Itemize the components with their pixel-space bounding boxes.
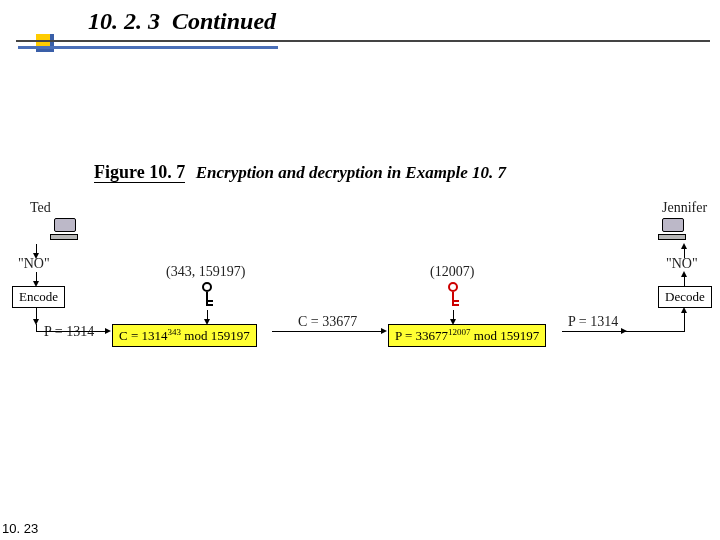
divider-line (16, 40, 710, 42)
person-jennifer-label: Jennifer (662, 200, 707, 216)
arrow-icon (36, 244, 37, 254)
arrow-icon (272, 331, 382, 332)
plaintext-no-right: "NO" (666, 256, 698, 272)
arrow-icon (36, 331, 106, 332)
arrow-icon (453, 310, 454, 320)
key-icon (200, 282, 216, 310)
figure-description: Encryption and decryption in Example 10.… (196, 163, 506, 182)
cipher-value: C = 33677 (298, 314, 357, 330)
bullet-square-icon (36, 34, 54, 52)
computer-icon (658, 218, 688, 242)
p-value-right: P = 1314 (568, 314, 618, 330)
arrow-icon (207, 310, 208, 320)
section-number: 10. 2. 3 (88, 8, 160, 34)
person-ted-label: Ted (30, 200, 51, 216)
divider-accent (18, 46, 278, 49)
figure-caption: Figure 10. 7 Encryption and decryption i… (94, 162, 506, 183)
arrow-icon (562, 331, 622, 332)
computer-icon (50, 218, 80, 242)
plain-formula-box: P = 3367712007 mod 159197 (388, 324, 546, 347)
figure-label: Figure 10. 7 (94, 162, 185, 183)
private-key-label: (12007) (430, 264, 474, 280)
section-word: Continued (172, 8, 276, 34)
p-value-left: P = 1314 (44, 324, 94, 340)
arrow-line (622, 331, 684, 332)
key-icon (446, 282, 462, 310)
arrow-icon (36, 272, 37, 282)
plaintext-no-left: "NO" (18, 256, 50, 272)
section-title: 10. 2. 3 Continued (88, 8, 700, 35)
arrow-icon (684, 312, 685, 324)
arrow-line (36, 324, 37, 332)
encode-box: Encode (12, 286, 65, 308)
slide-header: 10. 2. 3 Continued (40, 8, 700, 35)
diagram-container: Ted "NO" Encode P = 1314 (343, 159197) C… (0, 200, 720, 380)
arrow-line (684, 324, 685, 332)
decode-box: Decode (658, 286, 712, 308)
public-key-label: (343, 159197) (166, 264, 245, 280)
arrow-icon (684, 276, 685, 286)
page-number: 10. 23 (2, 521, 38, 536)
cipher-formula-box: C = 1314343 mod 159197 (112, 324, 257, 347)
arrow-icon (36, 308, 37, 320)
